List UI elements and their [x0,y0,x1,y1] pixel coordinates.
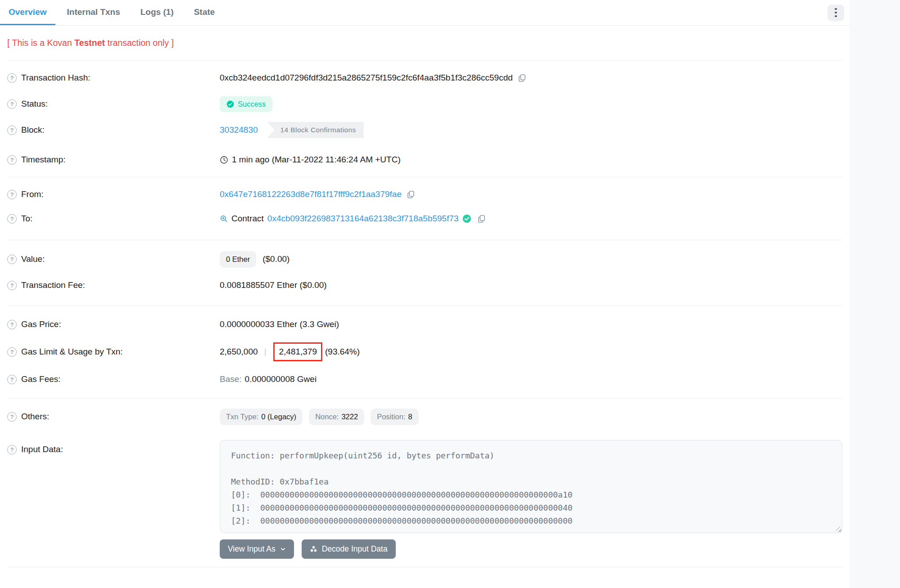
value-usd: ($0.00) [262,254,289,264]
gas-limit-row: ? Gas Limit & Usage by Txn: 2,650,000 | … [0,337,850,366]
zoom-in-icon[interactable] [220,215,228,223]
to-contract-prefix: Contract [231,214,264,224]
transaction-hash-label: Transaction Hash: [21,73,90,83]
timestamp-label: Timestamp: [21,155,66,165]
decode-input-data-label: Decode Input Data [322,544,388,554]
view-input-as-label: View Input As [228,544,276,554]
resize-handle[interactable] [834,525,840,531]
txn-type-badge: Txn Type: 0 (Legacy) [220,408,303,425]
molecule-icon [310,545,317,553]
row-label: ? Block: [7,125,220,135]
txn-type-value: 0 (Legacy) [261,413,296,421]
txn-type-label: Txn Type: [226,413,258,421]
help-icon[interactable]: ? [7,320,17,329]
nonce-badge: Nonce: 3222 [309,408,364,425]
tab-bar: Overview Internal Txns Logs (1) State [0,0,850,26]
gas-limit-separator: | [264,347,267,357]
help-icon[interactable]: ? [7,281,17,290]
gas-price-label: Gas Price: [21,319,61,329]
vertical-ellipsis-icon[interactable] [828,4,844,21]
input-data-label: Input Data: [21,444,63,454]
input-data-row: ? Input Data: Function: performUpkeep(ui… [0,429,850,533]
nonce-value: 3222 [341,413,358,421]
from-label: From: [21,189,44,199]
input-data-param-1: [1]: 00000000000000000000000000000000000… [231,501,831,514]
nonce-label: Nonce: [315,413,339,421]
section-others-input: ? Others: Txn Type: 0 (Legacy) Nonce: 32… [0,399,850,567]
status-value: Success [238,100,266,108]
gas-used-annotation: 2,481,379 [273,342,322,361]
help-icon[interactable]: ? [7,412,17,422]
section-gas: ? Gas Price: 0.0000000033 Ether (3.3 Gwe… [0,306,850,398]
transaction-fee-row: ? Transaction Fee: 0.0081885507 Ether ($… [0,272,850,298]
value-ether-badge: 0 Ether [220,251,256,268]
gas-fees-label: Gas Fees: [21,374,61,384]
help-icon[interactable]: ? [7,445,17,454]
input-data-actions: View Input As Decode Input Data [220,539,850,567]
help-icon[interactable]: ? [7,255,17,264]
transaction-hash-value: 0xcb324eedcd1d07296fdf3d215a2865275f159c… [220,73,513,83]
value-row: ? Value: 0 Ether ($0.00) [0,246,850,272]
row-label: ? Input Data: [7,444,220,454]
from-address-link[interactable]: 0x647e7168122263d8e7f81f17fff9c2f1aa379f… [220,189,402,199]
check-circle-icon [226,100,234,108]
verified-check-icon [462,214,471,223]
block-number-link[interactable]: 30324830 [220,125,258,135]
transaction-fee-value: 0.0081885507 Ether ($0.00) [220,280,327,290]
gas-used-value: 2,481,379 [279,347,317,356]
input-data-box[interactable]: Function: performUpkeep(uint256 id, byte… [220,440,842,533]
help-icon[interactable]: ? [7,375,17,384]
transaction-details-card: Overview Internal Txns Logs (1) State [ … [0,0,850,588]
testnet-notice: [ This is a Kovan Testnet transaction on… [0,26,850,60]
row-label: ? Gas Price: [7,319,220,329]
row-label: ? Transaction Hash: [7,73,220,83]
section-overview-top: ? Transaction Hash: 0xcb324eedcd1d07296f… [0,61,850,177]
others-row: ? Others: Txn Type: 0 (Legacy) Nonce: 32… [0,405,850,428]
row-label: ? From: [7,189,220,199]
copy-icon[interactable] [517,73,527,83]
tab-overview[interactable]: Overview [0,0,55,25]
row-label: ? Value: [7,254,220,264]
help-icon[interactable]: ? [7,214,17,224]
gas-limit-value: 2,650,000 [220,347,258,357]
help-icon[interactable]: ? [7,126,17,135]
copy-icon[interactable] [406,190,416,199]
copy-icon[interactable] [477,214,486,224]
from-row: ? From: 0x647e7168122263d8e7f81f17fff9c2… [0,182,850,206]
row-label: ? Status: [7,99,220,109]
tab-logs[interactable]: Logs (1) [132,0,182,25]
to-address-link[interactable]: 0x4cb093f226983713164a62138c3f718a5b595f… [267,214,459,224]
status-row: ? Status: Success [0,91,850,117]
timestamp-row: ? Timestamp: 1 min ago (Mar-11-2022 11:4… [0,147,850,173]
gas-limit-label: Gas Limit & Usage by Txn: [21,347,123,357]
timestamp-value: 1 min ago (Mar-11-2022 11:46:24 AM +UTC) [232,155,401,165]
notice-bold: Testnet [74,38,105,48]
input-data-param-0: [0]: 00000000000000000000000000000000000… [231,488,831,501]
section-value: ? Value: 0 Ether ($0.00) ? Transaction F… [0,240,850,305]
gas-price-row: ? Gas Price: 0.0000000033 Ether (3.3 Gwe… [0,311,850,337]
block-label: Block: [21,125,45,135]
gas-fees-base-value: 0.000000008 Gwei [245,374,317,384]
gas-fees-row: ? Gas Fees: Base: 0.000000008 Gwei [0,366,850,392]
input-data-methodid: MethodID: 0x7bbaf1ea [231,475,831,488]
status-label: Status: [21,99,48,109]
row-label: ? To: [7,214,220,224]
status-badge: Success [220,96,272,112]
help-icon[interactable]: ? [7,190,17,199]
help-icon[interactable]: ? [7,73,17,83]
position-badge: Position: 8 [371,408,418,425]
help-icon[interactable]: ? [7,155,17,165]
tabs: Overview Internal Txns Logs (1) State [0,0,226,25]
help-icon[interactable]: ? [7,99,17,109]
input-data-function: Function: performUpkeep(uint256 id, byte… [231,449,831,462]
divider [7,567,842,567]
tab-state[interactable]: State [185,0,223,25]
view-input-as-button[interactable]: View Input As [220,539,294,559]
notice-suffix: transaction only ] [105,38,174,48]
value-label: Value: [21,254,45,264]
input-data-param-2: [2]: 00000000000000000000000000000000000… [231,514,831,527]
gas-used-percent: (93.64%) [325,347,360,357]
tab-internal-txns[interactable]: Internal Txns [59,0,129,25]
help-icon[interactable]: ? [7,347,17,357]
decode-input-data-button[interactable]: Decode Input Data [302,539,396,559]
